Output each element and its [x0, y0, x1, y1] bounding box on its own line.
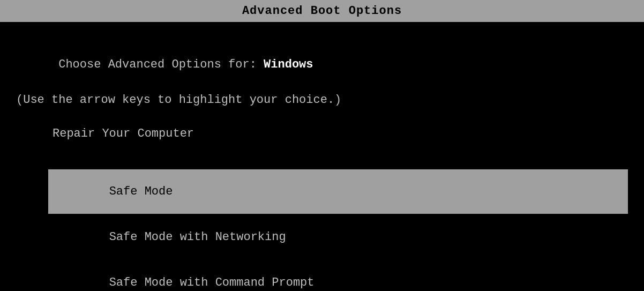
menu-item-safe-mode-networking[interactable]: Safe Mode with Networking	[48, 215, 628, 259]
boot-options-screen: Advanced Boot Options Choose Advanced Op…	[0, 0, 644, 291]
menu-section: Safe Mode Safe Mode with Networking Safe…	[16, 169, 628, 291]
menu-item-safe-mode-command-prompt[interactable]: Safe Mode with Command Prompt	[48, 260, 628, 291]
menu-item-safe-mode[interactable]: Safe Mode	[48, 169, 628, 214]
instruction-prefix: Choose Advanced Options for:	[58, 58, 264, 71]
content-area: Choose Advanced Options for: Windows (Us…	[0, 38, 644, 291]
instruction-line-1: Choose Advanced Options for: Windows	[16, 38, 628, 91]
repair-section: Repair Your Computer	[16, 125, 628, 143]
instruction-os: Windows	[264, 58, 313, 71]
spacer-1	[16, 109, 628, 125]
title-bar: Advanced Boot Options	[0, 0, 644, 22]
title-text: Advanced Boot Options	[242, 4, 402, 18]
repair-item[interactable]: Repair Your Computer	[48, 125, 628, 143]
instruction-line-2: (Use the arrow keys to highlight your ch…	[16, 91, 628, 109]
spacer-2	[16, 153, 628, 169]
